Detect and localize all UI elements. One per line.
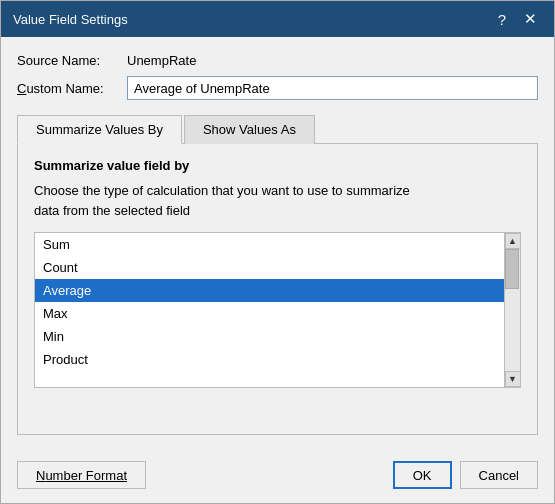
footer-right: OK Cancel [393,461,538,489]
source-label: Source Name: [17,53,127,68]
section-desc: Choose the type of calculation that you … [34,181,521,220]
tabs-container: Summarize Values By Show Values As [17,114,538,144]
list-item[interactable]: Max [35,302,504,325]
scroll-down-arrow[interactable]: ▼ [505,371,521,387]
title-bar-left: Value Field Settings [13,12,128,27]
section-title: Summarize value field by [34,158,521,173]
listbox-container: Sum Count Average Max Min Product ▲ ▼ [34,232,521,388]
title-bar: Value Field Settings ? ✕ [1,1,554,37]
scroll-up-arrow[interactable]: ▲ [505,233,521,249]
title-bar-buttons: ? ✕ [490,7,542,31]
number-format-button[interactable]: Number Format [17,461,146,489]
custom-name-label: Custom Name: [17,81,127,96]
source-row: Source Name: UnempRate [17,53,538,68]
ok-button[interactable]: OK [393,461,452,489]
list-item[interactable]: Product [35,348,504,371]
close-button[interactable]: ✕ [518,7,542,31]
tab-summarize[interactable]: Summarize Values By [17,115,182,144]
footer: Number Format OK Cancel [1,451,554,503]
list-item[interactable]: Count [35,256,504,279]
scrollbar[interactable]: ▲ ▼ [504,233,520,387]
custom-name-input[interactable] [127,76,538,100]
dialog-body: Source Name: UnempRate Custom Name: Summ… [1,37,554,447]
listbox[interactable]: Sum Count Average Max Min Product [35,233,504,387]
tab-showas[interactable]: Show Values As [184,115,315,144]
scrollbar-track[interactable] [505,249,520,371]
dialog: Value Field Settings ? ✕ Source Name: Un… [0,0,555,504]
list-item[interactable]: Average [35,279,504,302]
source-value: UnempRate [127,53,196,68]
scrollbar-thumb[interactable] [505,249,519,289]
dialog-title: Value Field Settings [13,12,128,27]
list-item[interactable]: Sum [35,233,504,256]
list-item[interactable]: Min [35,325,504,348]
cancel-button[interactable]: Cancel [460,461,538,489]
custom-name-row: Custom Name: [17,76,538,100]
help-button[interactable]: ? [490,7,514,31]
tab-content: Summarize value field by Choose the type… [17,144,538,435]
